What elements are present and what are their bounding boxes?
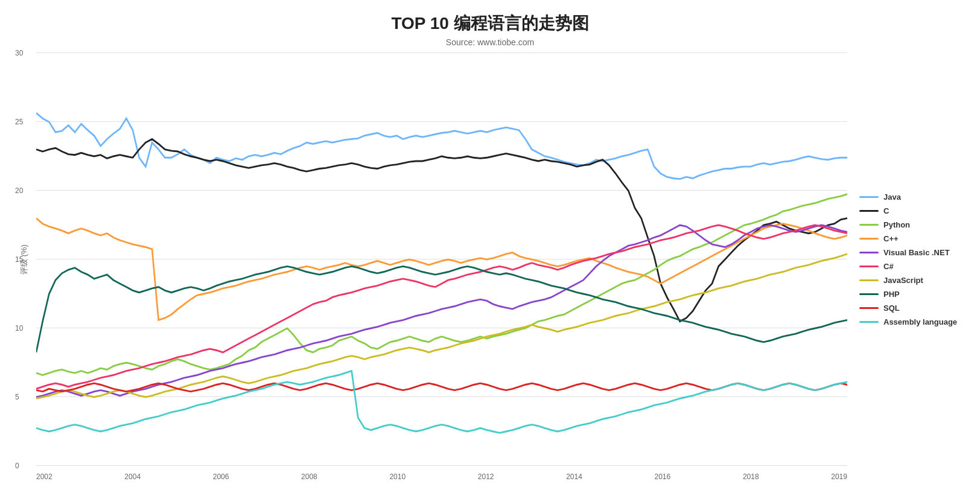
legend-color-vb [859,252,879,253]
legend-label-javascript: JavaScript [883,276,923,285]
legend-item-c: C [859,206,968,215]
chart-subtitle: Source: www.tiobe.com [446,37,534,47]
legend-label-csharp: C# [883,262,894,271]
legend-color-python [859,224,879,226]
legend-label-vb: Visual Basic .NET [883,248,950,257]
x-label-2006: 2006 [213,472,229,481]
legend-item-csharp: C# [859,262,968,271]
x-label-2016: 2016 [655,472,671,481]
assembly-line [36,371,847,433]
legend-item-php: PHP [859,290,968,299]
legend-item-vb: Visual Basic .NET [859,248,968,257]
x-label-2014: 2014 [566,472,582,481]
line-chart-svg [36,53,847,466]
legend-label-c: C [883,206,889,215]
x-label-2018: 2018 [743,472,759,481]
legend-color-java [859,196,879,198]
legend-item-sql: SQL [859,304,968,313]
legend-item-assembly: Assembly language [859,317,968,326]
legend-item-python: Python [859,220,968,229]
chart-legend: Java C Python C++ Visual Basic .NET C# [847,53,968,466]
legend-color-cpp [859,238,879,240]
chart-area: 评级 (%) 0 5 10 15 20 25 30 [36,53,847,466]
x-axis-labels: 2002 2004 2006 2008 2010 2012 2014 2016 … [36,472,847,481]
legend-item-cpp: C++ [859,234,968,243]
x-label-2019: 2019 [831,472,847,481]
legend-label-java: Java [883,192,901,202]
javascript-line [36,254,847,398]
legend-color-php [859,293,879,295]
x-label-2008: 2008 [301,472,317,481]
legend-item-java: Java [859,192,968,202]
x-label-2002: 2002 [36,472,52,481]
legend-label-cpp: C++ [883,234,899,243]
x-label-2012: 2012 [478,472,494,481]
chart-title: TOP 10 编程语言的走势图 [391,12,588,35]
cpp-line [36,218,847,320]
python-line [36,194,847,375]
legend-label-python: Python [883,220,910,229]
legend-label-assembly: Assembly language [883,317,957,326]
java-line [36,113,847,179]
chart-container: TOP 10 编程语言的走势图 Source: www.tiobe.com 评级… [0,0,980,490]
legend-color-javascript [859,279,879,281]
legend-color-assembly [859,321,879,323]
legend-color-csharp [859,266,879,267]
legend-color-sql [859,307,879,309]
x-label-2010: 2010 [389,472,406,481]
legend-item-javascript: JavaScript [859,276,968,285]
x-label-2004: 2004 [124,472,141,481]
legend-label-sql: SQL [883,304,900,313]
legend-label-php: PHP [883,290,900,299]
c-line [36,139,847,322]
legend-color-c [859,210,879,212]
